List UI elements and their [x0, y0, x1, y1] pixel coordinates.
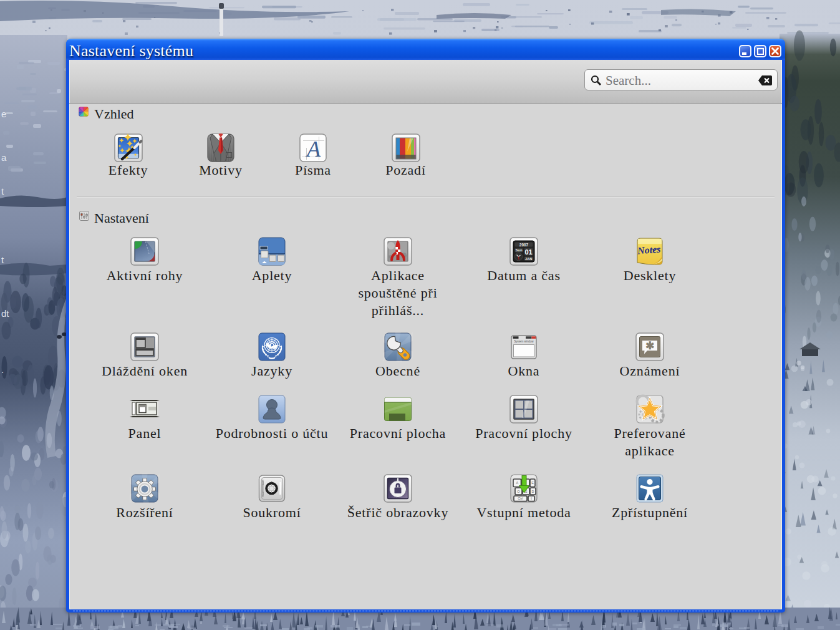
svg-text:Sun: Sun	[516, 248, 523, 252]
svg-text:A: A	[306, 137, 321, 162]
svg-text:System window: System window	[514, 340, 534, 343]
svg-text:⇧: ⇧	[530, 497, 533, 500]
svg-text:O: O	[517, 490, 520, 493]
svg-text:JAN: JAN	[525, 257, 533, 261]
svg-text:A: A	[516, 481, 518, 485]
svg-text:.: .	[1, 364, 4, 375]
svg-text:E: E	[531, 481, 534, 485]
svg-text:dt: dt	[1, 308, 9, 319]
svg-text:e: e	[1, 109, 6, 119]
svg-text:Notes: Notes	[636, 243, 661, 256]
svg-text:2007: 2007	[519, 243, 529, 247]
svg-text:Ctrl: Ctrl	[518, 497, 523, 500]
svg-text:01: 01	[524, 248, 532, 256]
svg-text:✱: ✱	[645, 340, 654, 352]
svg-text:a: a	[1, 152, 7, 163]
svg-text:D: D	[532, 490, 534, 493]
